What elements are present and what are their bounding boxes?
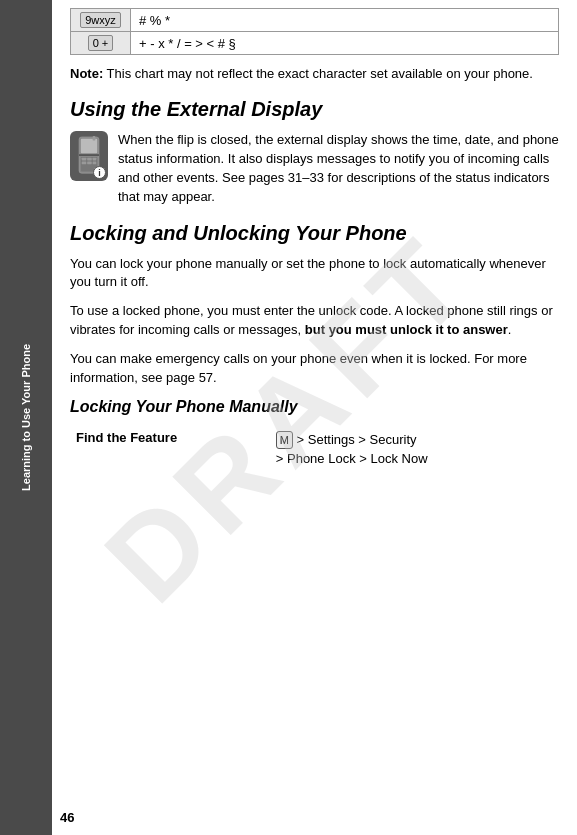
svg-rect-7	[82, 162, 87, 165]
info-box: i When the flip is closed, the external …	[70, 131, 559, 206]
path-line2-text: > Phone Lock > Lock Now	[276, 451, 428, 466]
section1-heading: Using the External Display	[70, 97, 559, 121]
feature-path: M > Settings > Security > Phone Lock > L…	[270, 426, 559, 473]
chars-cell-1: # % *	[131, 9, 559, 32]
subsection-heading: Locking Your Phone Manually	[70, 398, 559, 416]
section2-para3: You can make emergency calls on your pho…	[70, 350, 559, 388]
menu-key: M	[276, 431, 293, 450]
main-content: 9wxyz # % * 0 + + - x * / = > < # § Note…	[52, 0, 577, 493]
path-line1-text: > Settings > Security	[293, 432, 417, 447]
key-label-2: 0 +	[88, 35, 114, 51]
find-the-feature-table: Find the Feature M > Settings > Security…	[70, 426, 559, 473]
feature-label: Find the Feature	[70, 426, 270, 473]
info-bubble-icon: i	[93, 166, 106, 179]
table-row: 0 + + - x * / = > < # §	[71, 32, 559, 55]
section2-para1: You can lock your phone manually or set …	[70, 255, 559, 293]
note-text: This chart may not reflect the exact cha…	[103, 66, 533, 81]
table-row: 9wxyz # % *	[71, 9, 559, 32]
key-label-1: 9wxyz	[80, 12, 121, 28]
svg-rect-4	[82, 158, 87, 161]
chars-cell-2: + - x * / = > < # §	[131, 32, 559, 55]
section2-para2: To use a locked phone, you must enter th…	[70, 302, 559, 340]
char-table: 9wxyz # % * 0 + + - x * / = > < # §	[70, 8, 559, 55]
svg-rect-1	[81, 139, 97, 154]
para2-bold: but you must unlock it to answer	[305, 322, 508, 337]
section1-info-text: When the flip is closed, the external di…	[118, 131, 559, 206]
para2-end: .	[508, 322, 512, 337]
svg-rect-6	[93, 158, 97, 161]
key-cell-1: 9wxyz	[71, 9, 131, 32]
svg-rect-8	[87, 162, 92, 165]
sidebar-label: Learning to Use Your Phone	[19, 344, 33, 491]
note-paragraph: Note: This chart may not reflect the exa…	[70, 65, 559, 83]
feature-row: Find the Feature M > Settings > Security…	[70, 426, 559, 473]
key-cell-2: 0 +	[71, 32, 131, 55]
sidebar: Learning to Use Your Phone	[0, 0, 52, 835]
svg-rect-2	[79, 154, 99, 156]
svg-rect-10	[93, 136, 96, 141]
svg-rect-5	[87, 158, 92, 161]
phone-icon-container: i	[70, 131, 108, 181]
page-number: 46	[60, 810, 74, 825]
section2-heading: Locking and Unlocking Your Phone	[70, 221, 559, 245]
note-bold: Note:	[70, 66, 103, 81]
svg-rect-9	[93, 162, 97, 165]
